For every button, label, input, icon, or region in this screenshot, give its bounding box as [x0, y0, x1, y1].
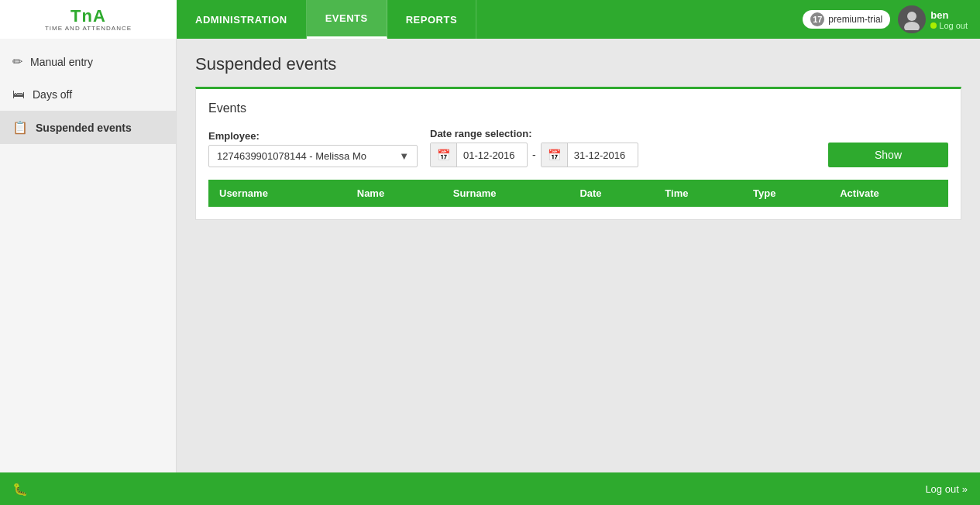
col-username: Username [208, 180, 346, 207]
col-date: Date [569, 180, 654, 207]
employee-label: Employee: [208, 130, 418, 142]
date-range-inputs: 📅 - 📅 [430, 143, 638, 167]
col-time: Time [654, 180, 742, 207]
filter-row: Employee: 1274639901078144 - Melissa Mo … [208, 128, 948, 167]
date-range-group: Date range selection: 📅 - 📅 [430, 128, 638, 167]
main-layout: ✏ Manual entry 🛏 Days off 📋 Suspended ev… [0, 39, 980, 472]
footer-logout-link[interactable]: Log out » [925, 483, 968, 495]
page-title: Suspended events [195, 54, 961, 74]
user-name: ben [930, 9, 948, 21]
user-area: ben Log out [898, 5, 968, 33]
suspended-events-icon: 📋 [12, 120, 28, 135]
logo-area: TnA Time and Attendance [0, 0, 177, 39]
date-separator: - [532, 149, 536, 161]
bug-icon: 🐛 [12, 482, 28, 496]
nav-tabs: Administration Events Reports [177, 0, 803, 39]
avatar [898, 5, 926, 33]
sidebar-item-days-off[interactable]: 🛏 Days off [0, 78, 176, 111]
footer-logout-arrow: » [962, 483, 968, 495]
tab-administration[interactable]: Administration [177, 0, 307, 39]
sidebar-label-suspended-events: Suspended events [36, 122, 132, 134]
svg-point-1 [904, 22, 920, 30]
calendar-from-icon: 📅 [431, 143, 457, 167]
date-from-input[interactable] [457, 145, 527, 166]
date-range-label: Date range selection: [430, 128, 638, 139]
header-logout-link[interactable]: Log out [930, 21, 968, 30]
col-type: Type [742, 180, 829, 207]
tab-events[interactable]: Events [307, 0, 387, 39]
events-panel: Events Employee: 1274639901078144 - Meli… [195, 87, 961, 220]
col-name: Name [346, 180, 442, 207]
user-info: ben Log out [930, 9, 968, 30]
col-activate: Activate [829, 180, 948, 207]
date-from-wrap: 📅 [430, 143, 528, 167]
employee-select[interactable]: 1274639901078144 - Melissa Mo ▼ [208, 145, 418, 167]
svg-point-0 [907, 12, 916, 21]
footer-logout-label: Log out [925, 483, 958, 495]
sidebar-label-manual-entry: Manual entry [30, 56, 93, 68]
main-header: TnA Time and Attendance Administration E… [0, 0, 980, 39]
tab-reports[interactable]: Reports [387, 0, 476, 39]
show-button[interactable]: Show [828, 143, 948, 167]
logo-bottom: Time and Attendance [45, 25, 132, 32]
footer: 🐛 Log out » [0, 472, 980, 505]
date-to-input[interactable] [568, 145, 638, 166]
sidebar-label-days-off: Days off [33, 88, 72, 101]
badge-count: 17 [810, 12, 824, 26]
days-off-icon: 🛏 [12, 88, 25, 101]
header-right: 17 premium-trial ben Log out [803, 5, 980, 33]
sidebar-item-suspended-events[interactable]: 📋 Suspended events [0, 111, 176, 144]
header-logout-label: Log out [939, 21, 968, 30]
premium-badge: 17 premium-trial [803, 10, 890, 29]
sidebar: ✏ Manual entry 🛏 Days off 📋 Suspended ev… [0, 39, 177, 472]
events-table: Username Name Surname Date Time Type Act… [208, 180, 948, 207]
table-head: Username Name Surname Date Time Type Act… [208, 180, 948, 207]
badge-label: premium-trial [828, 14, 882, 25]
logout-dot [930, 22, 937, 29]
manual-entry-icon: ✏ [12, 54, 22, 69]
col-surname: Surname [442, 180, 569, 207]
calendar-to-icon: 📅 [542, 143, 568, 167]
logo-top: TnA [70, 8, 106, 25]
date-to-wrap: 📅 [541, 143, 638, 167]
employee-group: Employee: 1274639901078144 - Melissa Mo … [208, 130, 418, 167]
content-area: Suspended events Events Employee: 127463… [177, 39, 980, 472]
table-header-row: Username Name Surname Date Time Type Act… [208, 180, 948, 207]
sidebar-item-manual-entry[interactable]: ✏ Manual entry [0, 45, 176, 78]
panel-title: Events [208, 101, 948, 115]
employee-value: 1274639901078144 - Melissa Mo [217, 150, 366, 162]
chevron-down-icon: ▼ [399, 150, 409, 162]
